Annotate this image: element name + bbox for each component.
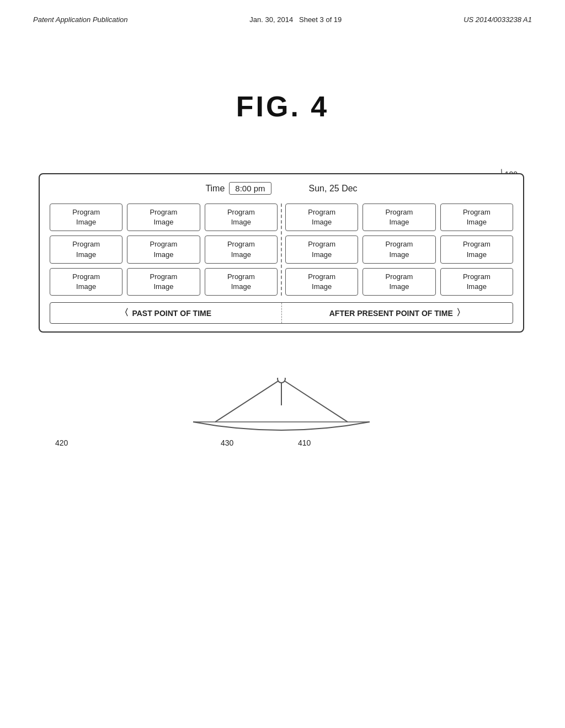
program-cell: Program Image [205,268,278,296]
grid-row-left-2: Program Image Program Image Program Imag… [50,235,278,263]
program-cell: Program Image [285,235,358,263]
svg-line-1 [281,379,348,422]
program-cell: Program Image [50,268,122,296]
grid-divider [281,204,282,296]
nav-future-label: AFTER PRESENT POINT OF TIME [329,309,453,318]
grid-row-left-3: Program Image Program Image Program Imag… [50,268,278,296]
nav-future: AFTER PRESENT POINT OF TIME 〉 [282,303,513,323]
program-cell: Program Image [127,268,200,296]
grid-row-right-1: Program Image Program Image Program Imag… [285,204,513,231]
program-cell: Program Image [50,235,122,263]
program-cell: Program Image [285,204,358,231]
program-cell: Program Image [363,268,435,296]
program-grid: Program Image Program Image Program Imag… [50,204,513,296]
time-label: Time [205,184,225,194]
navigation-bar: 〈 PAST POINT OF TIME AFTER PRESENT POINT… [50,302,513,324]
program-cell: Program Image [50,204,122,231]
program-cell: Program Image [285,268,358,296]
grid-row-left-1: Program Image Program Image Program Imag… [50,204,278,231]
date-label: Sun, 25 Dec [309,184,358,194]
program-cell: Program Image [440,268,513,296]
program-cell: Program Image [127,235,200,263]
arrow-left-icon: 〈 [120,307,129,319]
grid-row-right-3: Program Image Program Image Program Imag… [285,268,513,296]
program-cell: Program Image [127,204,200,231]
header-publication: Patent Application Publication [33,15,128,24]
grid-row-right-2: Program Image Program Image Program Imag… [285,235,513,263]
svg-line-0 [215,379,281,422]
nav-past: 〈 PAST POINT OF TIME [50,303,282,323]
program-cell: Program Image [363,235,435,263]
program-cell: Program Image [440,204,513,231]
ref-430: 430 [221,438,233,447]
diagram-area: ╱100 Time 8:00 pm Sun, 25 Dec Program Im… [33,160,530,491]
ref-410: 410 [298,438,311,447]
program-cell: Program Image [205,235,278,263]
ref-420: 420 [55,438,68,447]
page-header: Patent Application Publication Jan. 30, … [0,0,565,24]
nav-past-label: PAST POINT OF TIME [132,309,211,318]
tv-stand [160,378,403,444]
svg-point-3 [278,378,285,383]
program-cell: Program Image [363,204,435,231]
figure-title: FIG. 4 [0,90,565,123]
program-cell: Program Image [205,204,278,231]
program-cell: Program Image [440,235,513,263]
grid-right: Program Image Program Image Program Imag… [285,204,513,296]
grid-left: Program Image Program Image Program Imag… [50,204,278,296]
header-patent-number: US 2014/0033238 A1 [463,15,532,24]
time-value: 8:00 pm [229,182,271,195]
header-sheet: Jan. 30, 2014 Sheet 3 of 19 [249,15,342,24]
screen-header: Time 8:00 pm Sun, 25 Dec [50,182,513,195]
arrow-right-icon: 〉 [456,307,465,319]
